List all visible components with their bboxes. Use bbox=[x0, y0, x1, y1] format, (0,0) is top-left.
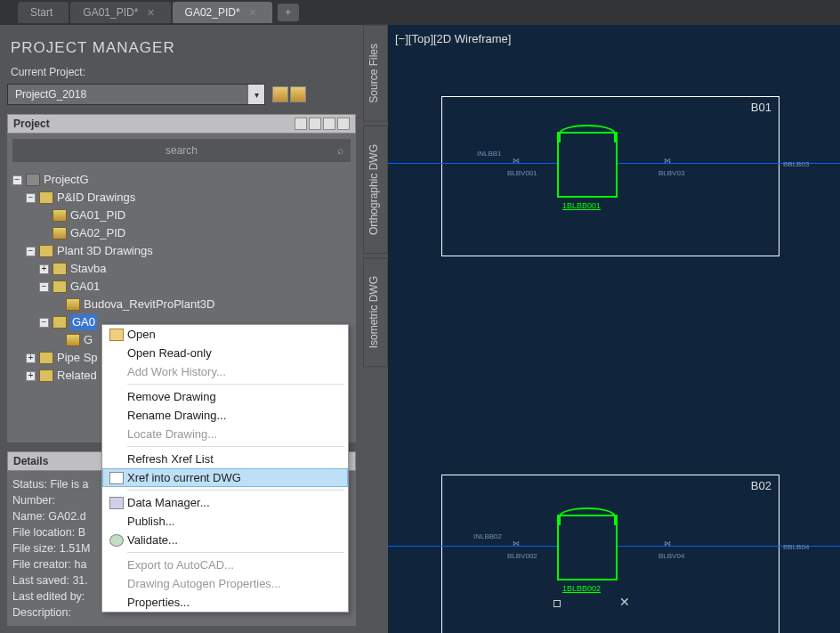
chevron-down-icon: ▾ bbox=[248, 85, 264, 104]
collapse-icon[interactable]: − bbox=[26, 247, 36, 256]
xref-icon bbox=[109, 472, 124, 484]
folder-icon bbox=[39, 245, 53, 257]
open-icon bbox=[109, 329, 124, 341]
validate-icon bbox=[109, 534, 124, 547]
tree-item-ga02-pid[interactable]: GA02_PID bbox=[12, 224, 351, 242]
menu-validate[interactable]: Validate... bbox=[102, 531, 348, 549]
valve-symbol: ⋈ bbox=[664, 540, 671, 548]
tab-ga01[interactable]: GA01_PID*× bbox=[70, 2, 170, 23]
project-icon bbox=[26, 174, 40, 186]
chevron-down-icon[interactable] bbox=[337, 118, 350, 130]
menu-separator bbox=[127, 490, 344, 491]
valve-symbol: ⋈ bbox=[513, 540, 520, 548]
menu-rename-drawing[interactable]: Rename Drawing... bbox=[102, 406, 348, 425]
menu-separator bbox=[127, 552, 344, 553]
dwg-icon bbox=[66, 298, 80, 311]
close-icon[interactable]: × bbox=[249, 5, 256, 20]
menu-remove-drawing[interactable]: Remove Drawing bbox=[102, 387, 348, 406]
tank-symbol bbox=[557, 515, 618, 580]
valve-symbol: ⋈ bbox=[664, 157, 671, 165]
grip-handle[interactable]: ✕ bbox=[619, 595, 630, 609]
tab-start[interactable]: Start bbox=[18, 2, 69, 23]
side-tabs: Source Files Orthographic DWG Isometric … bbox=[363, 25, 388, 633]
tree-root[interactable]: −ProjectG bbox=[12, 171, 351, 189]
refresh-icon[interactable] bbox=[323, 118, 335, 130]
tank-dome-icon bbox=[559, 507, 616, 525]
search-input[interactable]: search ⌕ bbox=[12, 139, 351, 162]
tree-pid-folder[interactable]: −P&ID Drawings bbox=[12, 189, 351, 207]
header-icon[interactable] bbox=[309, 118, 321, 130]
tree-item-ga01[interactable]: −GA01 bbox=[12, 278, 351, 296]
folder-icon bbox=[39, 191, 53, 204]
pid-label: INLBB1 bbox=[477, 150, 502, 158]
tab-label: Start bbox=[30, 6, 52, 19]
folder-icon bbox=[39, 352, 53, 364]
context-menu: Open Open Read-only Add Work History... … bbox=[101, 324, 349, 613]
menu-autogen-props: Drawing Autogen Properties... bbox=[102, 574, 348, 593]
box-label: B02 bbox=[751, 479, 771, 492]
expand-icon[interactable]: + bbox=[26, 371, 36, 381]
menu-open-readonly[interactable]: Open Read-only bbox=[102, 344, 348, 362]
pid-label: BLBV03 bbox=[658, 169, 684, 177]
menu-open[interactable]: Open bbox=[102, 325, 348, 344]
tab-label: GA02_PID* bbox=[185, 6, 240, 19]
tab-ga02[interactable]: GA02_PID*× bbox=[173, 2, 272, 23]
menu-properties[interactable]: Properties... bbox=[102, 593, 348, 612]
collapse-icon[interactable]: − bbox=[26, 193, 36, 203]
expand-icon[interactable]: + bbox=[39, 264, 49, 274]
menu-publish[interactable]: Publish... bbox=[102, 512, 348, 531]
project-section-header: Project bbox=[7, 114, 356, 134]
folder-icon bbox=[52, 263, 67, 275]
tank-symbol bbox=[557, 132, 618, 198]
tree-item-stavba[interactable]: +Stavba bbox=[12, 260, 351, 278]
dropdown-value: ProjectG_2018 bbox=[15, 88, 86, 101]
search-placeholder: search bbox=[166, 144, 198, 157]
folder-icon bbox=[52, 316, 67, 329]
tab-ortho-dwg[interactable]: Orthographic DWG bbox=[363, 126, 388, 254]
collapse-icon[interactable]: − bbox=[39, 318, 49, 328]
header-icon[interactable] bbox=[295, 118, 307, 130]
tank-label: 1BLBB001 bbox=[562, 201, 601, 210]
project-icon-1[interactable] bbox=[272, 86, 288, 102]
menu-add-work-history: Add Work History... bbox=[102, 362, 348, 381]
collapse-icon[interactable]: − bbox=[39, 282, 49, 292]
data-icon bbox=[109, 497, 124, 509]
folder-icon bbox=[52, 280, 67, 293]
search-icon: ⌕ bbox=[337, 144, 343, 157]
tab-label: GA01_PID* bbox=[83, 6, 138, 19]
tab-iso-dwg[interactable]: Isometric DWG bbox=[363, 257, 388, 367]
drawing-viewport[interactable]: [−][Top][2D Wireframe] B01 1BLBB001 ⋈ ⋈ … bbox=[388, 25, 840, 633]
menu-xref-into-dwg[interactable]: Xref into current DWG bbox=[102, 468, 348, 487]
pid-line bbox=[388, 163, 557, 164]
menu-data-manager[interactable]: Data Manager... bbox=[102, 493, 348, 512]
tank-label: 1BLBB002 bbox=[562, 584, 601, 593]
menu-separator bbox=[127, 384, 344, 385]
pid-label: BBLB04 bbox=[783, 543, 809, 551]
tab-source-files[interactable]: Source Files bbox=[363, 25, 388, 122]
expand-icon[interactable]: + bbox=[26, 353, 36, 363]
close-icon[interactable]: × bbox=[147, 5, 154, 20]
tree-item-ga01-pid[interactable]: GA01_PID bbox=[12, 207, 351, 224]
add-tab-button[interactable]: + bbox=[278, 4, 299, 21]
current-project-dropdown[interactable]: ProjectG_2018 ▾ bbox=[7, 84, 265, 105]
box-label: B01 bbox=[751, 101, 771, 114]
collapse-icon[interactable]: − bbox=[12, 175, 22, 185]
grip-handle[interactable] bbox=[553, 600, 561, 607]
dwg-icon bbox=[66, 334, 80, 346]
viewport-label[interactable]: [−][Top][2D Wireframe] bbox=[395, 32, 511, 45]
tree-p3d-folder[interactable]: −Plant 3D Drawings bbox=[12, 242, 351, 260]
section-title: Project bbox=[13, 118, 50, 130]
menu-refresh-xref[interactable]: Refresh Xref List bbox=[102, 450, 348, 468]
current-project-label: Current Project: bbox=[7, 64, 356, 84]
menu-export-autocad: Export to AutoCAD... bbox=[102, 556, 348, 574]
folder-icon bbox=[39, 369, 53, 382]
tree-item-budova[interactable]: Budova_RevitProPlant3D bbox=[12, 296, 351, 313]
pid-line bbox=[388, 546, 557, 547]
pid-label: INLBB02 bbox=[473, 532, 502, 540]
dwg-icon bbox=[52, 209, 67, 222]
project-icon-2[interactable] bbox=[290, 86, 306, 102]
pid-label: BLBV04 bbox=[658, 552, 684, 560]
menu-separator bbox=[127, 446, 344, 447]
dwg-icon bbox=[52, 227, 67, 239]
pid-label: BBLB03 bbox=[783, 160, 809, 168]
